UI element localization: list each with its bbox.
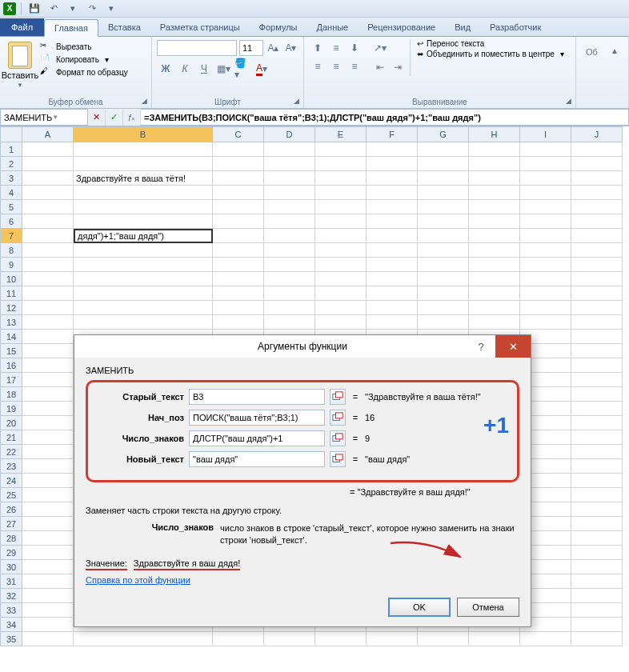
col-header-C[interactable]: C — [213, 126, 264, 142]
align-bottom-button[interactable]: ⬇ — [346, 39, 363, 57]
tab-view[interactable]: Вид — [445, 18, 480, 36]
tab-review[interactable]: Рецензирование — [358, 18, 445, 36]
font-color-button[interactable]: A▾ — [253, 60, 270, 78]
cell-H7[interactable] — [469, 229, 520, 243]
cell-G10[interactable] — [418, 272, 469, 286]
cell-A9[interactable] — [22, 258, 74, 272]
ok-button[interactable]: OK — [388, 598, 451, 617]
cell-E5[interactable] — [315, 200, 367, 214]
cell-J27[interactable] — [571, 517, 623, 531]
cell-D13[interactable] — [264, 315, 315, 330]
cell-B6[interactable] — [74, 214, 213, 229]
cell-D8[interactable] — [264, 243, 315, 258]
cell-E2[interactable] — [315, 157, 367, 171]
col-header-E[interactable]: E — [315, 126, 367, 142]
cell-B4[interactable] — [74, 186, 213, 200]
col-header-I[interactable]: I — [520, 126, 571, 142]
cell-A3[interactable] — [22, 171, 74, 186]
cell-I35[interactable] — [520, 632, 571, 646]
cell-F11[interactable] — [367, 286, 418, 301]
help-button[interactable]: ? — [470, 335, 492, 358]
format-painter-button[interactable]: 🖌Формат по образцу — [40, 66, 128, 78]
close-button[interactable]: ✕ — [495, 335, 531, 358]
row-header-27[interactable]: 27 — [0, 517, 22, 531]
cell-H8[interactable] — [469, 243, 520, 258]
cell-C13[interactable] — [213, 315, 264, 330]
range-select-button[interactable] — [330, 389, 346, 405]
cell-A21[interactable] — [22, 430, 74, 445]
range-select-button[interactable] — [330, 410, 346, 426]
cell-A24[interactable] — [22, 474, 74, 488]
cell-J22[interactable] — [571, 445, 623, 459]
cell-G9[interactable] — [418, 258, 469, 272]
cell-J1[interactable] — [571, 142, 623, 157]
cell-A7[interactable] — [22, 229, 74, 243]
align-center-button[interactable]: ≡ — [327, 58, 345, 75]
cancel-formula-button[interactable]: ✕ — [88, 110, 106, 126]
cell-H35[interactable] — [469, 632, 520, 646]
cell-A14[interactable] — [22, 330, 74, 344]
cell-A32[interactable] — [22, 589, 74, 603]
row-header-4[interactable]: 4 — [0, 186, 22, 200]
cell-C8[interactable] — [213, 243, 264, 258]
cell-I7[interactable] — [520, 229, 571, 243]
cell-B13[interactable] — [74, 315, 213, 330]
cell-F9[interactable] — [367, 258, 418, 272]
cell-B12[interactable] — [74, 301, 213, 315]
row-header-6[interactable]: 6 — [0, 214, 22, 229]
cell-J9[interactable] — [571, 258, 623, 272]
cell-C1[interactable] — [213, 142, 264, 157]
cut-button[interactable]: ✂Вырезать — [40, 41, 128, 52]
row-header-24[interactable]: 24 — [0, 474, 22, 488]
dialog-launcher-icon[interactable]: ◢ — [139, 96, 149, 106]
cell-A19[interactable] — [22, 402, 74, 416]
col-header-F[interactable]: F — [367, 126, 418, 142]
align-right-button[interactable]: ≡ — [346, 58, 363, 75]
row-header-23[interactable]: 23 — [0, 459, 22, 474]
cell-E13[interactable] — [315, 315, 367, 330]
undo-button[interactable]: ↶ — [46, 2, 62, 16]
cell-G8[interactable] — [418, 243, 469, 258]
cell-I4[interactable] — [520, 186, 571, 200]
cell-F8[interactable] — [367, 243, 418, 258]
range-select-button[interactable] — [330, 451, 346, 467]
row-header-3[interactable]: 3 — [0, 171, 22, 186]
cell-H4[interactable] — [469, 186, 520, 200]
arg-input-0[interactable] — [189, 389, 325, 405]
cell-A26[interactable] — [22, 502, 74, 517]
cell-J18[interactable] — [571, 387, 623, 402]
cell-J26[interactable] — [571, 502, 623, 517]
cell-D3[interactable] — [264, 171, 315, 186]
cell-G12[interactable] — [418, 301, 469, 315]
cell-B9[interactable] — [74, 258, 213, 272]
cell-E4[interactable] — [315, 186, 367, 200]
cell-J7[interactable] — [571, 229, 623, 243]
row-header-10[interactable]: 10 — [0, 272, 22, 286]
underline-button[interactable]: Ч — [195, 60, 213, 78]
cell-J32[interactable] — [571, 589, 623, 603]
cell-A1[interactable] — [22, 142, 74, 157]
formula-input[interactable]: =ЗАМЕНИТЬ(B3;ПОИСК("ваша тётя";B3;1);ДЛС… — [141, 109, 629, 126]
cell-J16[interactable] — [571, 358, 623, 373]
row-header-30[interactable]: 30 — [0, 560, 22, 574]
cell-E11[interactable] — [315, 286, 367, 301]
cell-G6[interactable] — [418, 214, 469, 229]
cell-H13[interactable] — [469, 315, 520, 330]
row-header-2[interactable]: 2 — [0, 157, 22, 171]
cell-J25[interactable] — [571, 488, 623, 502]
cell-C4[interactable] — [213, 186, 264, 200]
cell-H12[interactable] — [469, 301, 520, 315]
cell-H5[interactable] — [469, 200, 520, 214]
name-box[interactable]: ЗАМЕНИТЬ▼ — [0, 109, 88, 126]
row-header-18[interactable]: 18 — [0, 387, 22, 402]
col-header-D[interactable]: D — [264, 126, 315, 142]
cell-E8[interactable] — [315, 243, 367, 258]
row-header-15[interactable]: 15 — [0, 344, 22, 358]
cell-B3[interactable]: Здравствуйте я ваша тётя! — [74, 171, 213, 186]
font-family-select[interactable] — [157, 40, 237, 56]
cell-I10[interactable] — [520, 272, 571, 286]
row-header-26[interactable]: 26 — [0, 502, 22, 517]
cell-J33[interactable] — [571, 603, 623, 618]
range-select-button[interactable] — [330, 430, 346, 446]
dialog-launcher-icon[interactable]: ◢ — [563, 96, 573, 106]
